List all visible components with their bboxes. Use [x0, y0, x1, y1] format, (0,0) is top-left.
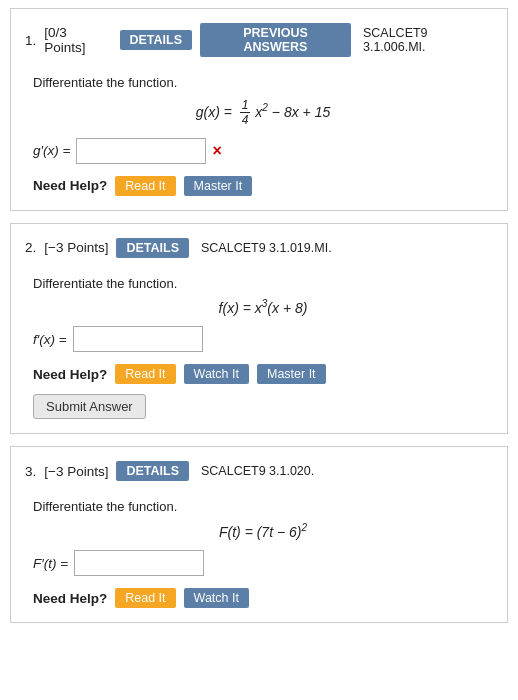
need-help-row-3: Need Help? Read It Watch It — [33, 588, 493, 608]
function-text-1: g(x) = 1 4 x2 − 8x + 15 — [196, 104, 330, 120]
answer-row-3: F′(t) = — [33, 550, 493, 576]
problem-1-section: 1. [0/3 Points] DETAILS PREVIOUS ANSWERS… — [10, 8, 508, 211]
answer-label-2: f′(x) = — [33, 332, 67, 347]
need-help-row-2: Need Help? Read It Watch It Master It — [33, 364, 493, 384]
answer-input-1[interactable] — [76, 138, 206, 164]
answer-row-2: f′(x) = — [33, 326, 493, 352]
function-expr-2: f(x) = x3(x + 8) — [33, 299, 493, 317]
need-help-label-3: Need Help? — [33, 591, 107, 606]
watch-it-button-2[interactable]: Watch It — [184, 364, 249, 384]
submit-button-2[interactable]: Submit Answer — [33, 394, 146, 419]
function-text-2: f(x) = x3(x + 8) — [219, 300, 308, 316]
function-text-3: F(t) = (7t − 6)2 — [219, 524, 307, 540]
problem-2-number: 2. — [25, 240, 36, 255]
answer-row-1: g′(x) = × — [33, 138, 493, 164]
prev-answers-button-1[interactable]: PREVIOUS ANSWERS — [200, 23, 351, 57]
function-expr-3: F(t) = (7t − 6)2 — [33, 522, 493, 540]
problem-1-header: 1. [0/3 Points] DETAILS PREVIOUS ANSWERS… — [25, 19, 493, 63]
need-help-row-1: Need Help? Read It Master It — [33, 176, 493, 196]
problem-3-number: 3. — [25, 464, 36, 479]
read-it-button-2[interactable]: Read It — [115, 364, 175, 384]
fraction-1: 1 4 — [240, 98, 251, 128]
details-button-3[interactable]: DETAILS — [116, 461, 189, 481]
details-button-1[interactable]: DETAILS — [120, 30, 193, 50]
diff-label-1: Differentiate the function. — [33, 75, 493, 90]
answer-input-2[interactable] — [73, 326, 203, 352]
need-help-label-2: Need Help? — [33, 367, 107, 382]
problem-2-body: Differentiate the function. f(x) = x3(x … — [25, 272, 493, 420]
problem-3-section: 3. [−3 Points] DETAILS SCALCET9 3.1.020.… — [10, 446, 508, 623]
problem-3-header: 3. [−3 Points] DETAILS SCALCET9 3.1.020. — [25, 457, 493, 487]
master-it-button-1[interactable]: Master It — [184, 176, 253, 196]
read-it-button-1[interactable]: Read It — [115, 176, 175, 196]
problem-1-points: [0/3 Points] — [44, 25, 111, 55]
problem-1-number: 1. — [25, 33, 36, 48]
problem-2-points: [−3 Points] — [44, 240, 108, 255]
diff-label-2: Differentiate the function. — [33, 276, 493, 291]
problem-3-body: Differentiate the function. F(t) = (7t −… — [25, 495, 493, 608]
incorrect-icon-1: × — [212, 142, 221, 160]
diff-label-3: Differentiate the function. — [33, 499, 493, 514]
answer-label-3: F′(t) = — [33, 556, 68, 571]
answer-label-1: g′(x) = — [33, 143, 70, 158]
master-it-button-2[interactable]: Master It — [257, 364, 326, 384]
details-button-2[interactable]: DETAILS — [116, 238, 189, 258]
need-help-label-1: Need Help? — [33, 178, 107, 193]
function-expr-1: g(x) = 1 4 x2 − 8x + 15 — [33, 98, 493, 128]
problem-1-body: Differentiate the function. g(x) = 1 4 x… — [25, 71, 493, 196]
answer-input-3[interactable] — [74, 550, 204, 576]
scalcet-label-2: SCALCET9 3.1.019.MI. — [201, 241, 332, 255]
read-it-button-3[interactable]: Read It — [115, 588, 175, 608]
scalcet-label-1: SCALCET9 3.1.006.MI. — [363, 26, 493, 54]
problem-2-section: 2. [−3 Points] DETAILS SCALCET9 3.1.019.… — [10, 223, 508, 435]
scalcet-label-3: SCALCET9 3.1.020. — [201, 464, 314, 478]
problem-3-points: [−3 Points] — [44, 464, 108, 479]
watch-it-button-3[interactable]: Watch It — [184, 588, 249, 608]
problem-2-header: 2. [−3 Points] DETAILS SCALCET9 3.1.019.… — [25, 234, 493, 264]
submit-row-2: Submit Answer — [33, 384, 493, 419]
